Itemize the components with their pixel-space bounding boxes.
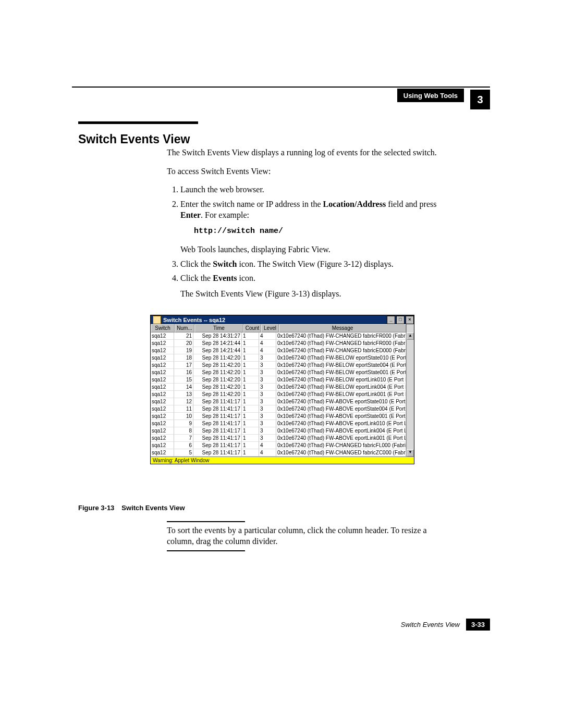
grid-body-wrap: sqa1221Sep 28 14:31:27140x10e67240 (tTha…: [151, 332, 414, 456]
table-row[interactable]: sqa1216Sep 28 11:42:20130x10e67240 (tTha…: [151, 369, 406, 376]
col-switch[interactable]: Switch: [151, 324, 175, 332]
table-row[interactable]: sqa1219Sep 28 14:21:44140x10e67240 (tTha…: [151, 347, 406, 354]
table-cell: sqa12: [151, 347, 174, 354]
table-cell: sqa12: [151, 354, 174, 362]
table-cell: Sep 28 11:42:20: [193, 354, 242, 362]
table-cell: Sep 28 11:42:20: [193, 376, 242, 384]
table-cell: 4: [259, 340, 276, 347]
col-time[interactable]: Time: [194, 324, 243, 332]
table-row[interactable]: sqa1218Sep 28 11:42:20130x10e67240 (tTha…: [151, 354, 406, 362]
table-row[interactable]: sqa1217Sep 28 11:42:20130x10e67240 (tTha…: [151, 362, 406, 369]
table-cell: 0x10e67240 (tThad) FW-BELOW eportLink004…: [276, 384, 406, 391]
note-text: To sort the events by a particular colum…: [167, 525, 438, 547]
table-cell: 1: [242, 442, 259, 449]
table-cell: 0x10e67240 (tThad) FW-BELOW eportLink001…: [276, 391, 406, 398]
col-level[interactable]: Level: [261, 324, 279, 332]
table-row[interactable]: sqa128Sep 28 11:41:17130x10e67240 (tThad…: [151, 427, 406, 435]
table-cell: 1: [242, 427, 259, 435]
table-cell: Sep 28 11:41:17: [193, 413, 242, 420]
table-cell: 1: [242, 362, 259, 369]
table-cell: 3: [259, 384, 276, 391]
note-rule-top: [167, 521, 245, 522]
section-heading: Switch Events View: [78, 132, 190, 146]
figure-caption: Figure 3-13 Switch Events View: [78, 504, 185, 512]
table-cell: 3: [259, 369, 276, 376]
table-cell: sqa12: [151, 369, 174, 376]
table-cell: 0x10e67240 (tThad) FW-ABOVE eportLink004…: [276, 427, 406, 435]
col-num[interactable]: Num...: [175, 324, 194, 332]
table-cell: 19: [174, 347, 193, 354]
table-cell: 1: [242, 398, 259, 405]
table-cell: sqa12: [151, 427, 174, 435]
scroll-down-button[interactable]: ▼: [407, 449, 414, 456]
table-row[interactable]: sqa1211Sep 28 11:41:17130x10e67240 (tTha…: [151, 405, 406, 413]
table-row[interactable]: sqa129Sep 28 11:41:17130x10e67240 (tThad…: [151, 420, 406, 427]
table-cell: 1: [242, 435, 259, 442]
table-cell: 0x10e67240 (tThad) FW-ABOVE eportLink001…: [276, 435, 406, 442]
table-cell: 0x10e67240 (tThad) FW-CHANGED fabricFR00…: [276, 340, 406, 347]
table-cell: sqa12: [151, 435, 174, 442]
table-cell: Sep 28 11:42:20: [193, 391, 242, 398]
table-row[interactable]: sqa1214Sep 28 11:42:20130x10e67240 (tTha…: [151, 384, 406, 391]
table-cell: sqa12: [151, 376, 174, 384]
table-row[interactable]: sqa127Sep 28 11:41:17130x10e67240 (tThad…: [151, 435, 406, 442]
table-cell: 3: [259, 391, 276, 398]
table-cell: sqa12: [151, 398, 174, 405]
table-cell: 1: [242, 384, 259, 391]
grid-body[interactable]: sqa1221Sep 28 14:31:27140x10e67240 (tTha…: [151, 332, 406, 456]
table-cell: Sep 28 11:42:20: [193, 369, 242, 376]
table-cell: sqa12: [151, 384, 174, 391]
minimize-button[interactable]: _: [387, 316, 395, 324]
step-4-after: The Switch Events View (Figure 3-13) dis…: [180, 288, 438, 300]
page: Using Web Tools 3 Switch Events View The…: [0, 0, 563, 728]
page-footer: Switch Events View 3-33: [72, 619, 490, 631]
table-row[interactable]: sqa1212Sep 28 11:41:17130x10e67240 (tTha…: [151, 398, 406, 405]
table-cell: 0x10e67240 (tThad) FW-BELOW eportState01…: [276, 354, 406, 362]
table-row[interactable]: sqa1215Sep 28 11:42:20130x10e67240 (tTha…: [151, 376, 406, 384]
close-button[interactable]: ×: [406, 316, 414, 324]
vertical-scrollbar[interactable]: ▲ ▼: [406, 332, 414, 456]
table-cell: 3: [259, 427, 276, 435]
table-cell: 1: [242, 340, 259, 347]
table-cell: 1: [242, 405, 259, 413]
example-url: http://switch name/: [194, 226, 438, 237]
footer-page: 3-33: [466, 619, 490, 631]
table-cell: Sep 28 11:41:17: [193, 449, 242, 456]
col-message[interactable]: Message: [279, 324, 406, 332]
steps-list: Launch the web browser. Enter the switch…: [167, 184, 438, 299]
window-titlebar[interactable]: Switch Events -- sqa12 _ □ ×: [151, 315, 414, 324]
note-block: To sort the events by a particular colum…: [167, 521, 438, 551]
table-row[interactable]: sqa1213Sep 28 11:42:20130x10e67240 (tTha…: [151, 391, 406, 398]
grid-header-row: Switch Num... Time Count Level Message: [151, 324, 414, 332]
table-cell: 4: [259, 347, 276, 354]
table-row[interactable]: sqa126Sep 28 11:41:17140x10e67240 (tThad…: [151, 442, 406, 449]
top-rule: [72, 87, 490, 88]
window-buttons: _ □ ×: [386, 316, 414, 324]
body-text: The Switch Events View displays a runnin…: [167, 147, 438, 303]
scroll-up-button[interactable]: ▲: [407, 332, 414, 340]
table-cell: 1: [242, 369, 259, 376]
table-row[interactable]: sqa1210Sep 28 11:41:17130x10e67240 (tTha…: [151, 413, 406, 420]
maximize-button[interactable]: □: [396, 316, 405, 324]
table-cell: 16: [174, 369, 193, 376]
table-cell: 0x10e67240 (tThad) FW-CHANGED fabricFR00…: [276, 332, 406, 340]
table-cell: Sep 28 14:21:44: [193, 340, 242, 347]
table-cell: 0x10e67240 (tThad) FW-CHANGED fabricED00…: [276, 347, 406, 354]
table-cell: 1: [242, 391, 259, 398]
table-row[interactable]: sqa1220Sep 28 14:21:44140x10e67240 (tTha…: [151, 340, 406, 347]
col-count[interactable]: Count: [243, 324, 261, 332]
table-cell: 0x10e67240 (tThad) FW-ABOVE eportState00…: [276, 413, 406, 420]
table-cell: 11: [174, 405, 193, 413]
table-cell: 4: [259, 449, 276, 456]
table-row[interactable]: sqa125Sep 28 11:41:17140x10e67240 (tThad…: [151, 449, 406, 456]
window-app-icon: [153, 316, 161, 324]
table-cell: 10: [174, 413, 193, 420]
table-cell: 1: [242, 332, 259, 340]
table-cell: 3: [259, 376, 276, 384]
table-cell: 1: [242, 354, 259, 362]
table-cell: Sep 28 11:42:20: [193, 384, 242, 391]
table-cell: sqa12: [151, 340, 174, 347]
step-4: Click the Events icon. The Switch Events…: [180, 273, 438, 299]
table-row[interactable]: sqa1221Sep 28 14:31:27140x10e67240 (tTha…: [151, 332, 406, 340]
table-cell: 5: [174, 449, 193, 456]
